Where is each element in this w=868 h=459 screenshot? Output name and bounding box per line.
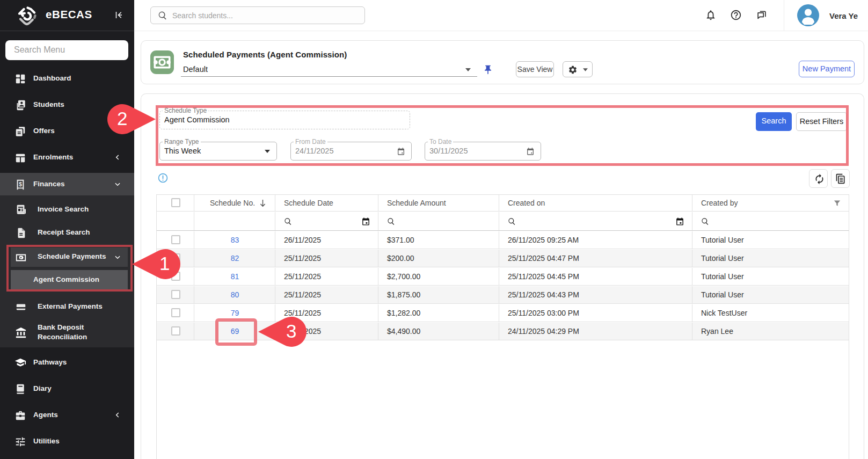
svg-text:$: $ — [19, 181, 22, 187]
